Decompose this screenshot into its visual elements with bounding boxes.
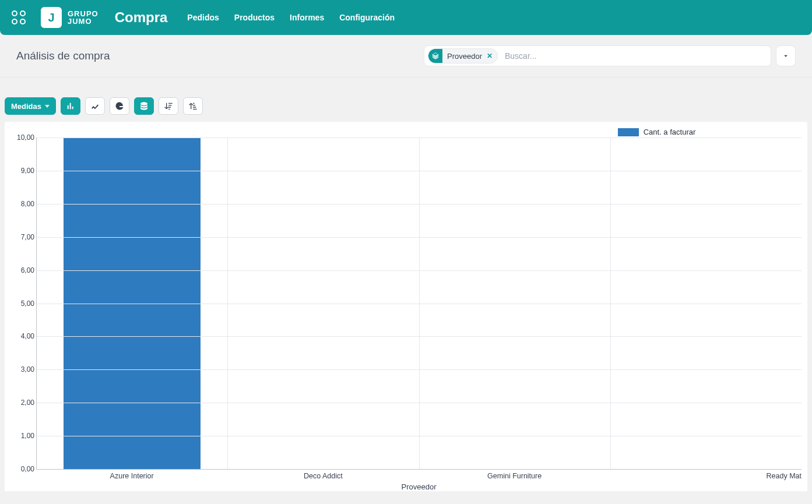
nav-productos[interactable]: Productos [234, 13, 275, 22]
chart-ytick: 0,00 [11, 465, 34, 473]
pie-chart-button[interactable] [110, 97, 129, 115]
chart-gridline [37, 138, 802, 138]
sort-desc-icon [164, 101, 173, 111]
page-title: Análisis de compra [16, 50, 110, 62]
chart-xtick: Deco Addict [227, 470, 419, 480]
chart-xtick: Gemini Furniture [419, 470, 610, 480]
chart-ytick: 7,00 [11, 233, 34, 241]
chart-gridline [37, 237, 802, 238]
toolbar: Medidas [0, 77, 812, 122]
legend-swatch [618, 128, 639, 136]
chart-ytick: 1,00 [11, 432, 34, 440]
search-box[interactable]: Proveedor ✕ [424, 45, 771, 66]
header-row: Análisis de compra Proveedor ✕ [0, 35, 812, 77]
navbar: J GRUPO JUMO Compra Pedidos Productos In… [0, 0, 812, 35]
stacked-button[interactable] [134, 97, 154, 115]
chart-gridline [37, 403, 802, 403]
chart-ytick: 9,00 [11, 167, 34, 175]
chart-ytick: 6,00 [11, 266, 34, 274]
chart-gridline [37, 369, 802, 370]
chart-gridline [37, 436, 802, 436]
nav-menu: Pedidos Productos Informes Configuración [187, 13, 395, 22]
close-icon[interactable]: ✕ [487, 52, 493, 60]
chart-legend: Cant. a facturar [512, 128, 802, 136]
chart-ytick: 5,00 [11, 299, 34, 308]
nav-configuracion[interactable]: Configuración [339, 13, 395, 22]
apps-icon[interactable] [12, 10, 26, 24]
chart-card: Cant. a facturar 0,001,002,003,004,005,0… [5, 122, 807, 491]
database-icon [139, 101, 149, 111]
line-chart-button[interactable] [85, 97, 105, 115]
search-options-toggle[interactable] [776, 45, 796, 66]
chart-ytick: 2,00 [11, 399, 34, 407]
nav-informes[interactable]: Informes [290, 13, 324, 22]
chart-gridline [37, 336, 802, 337]
chart-ytick: 10,00 [11, 133, 34, 142]
chart-gridline [37, 304, 802, 304]
search-facet-chip[interactable]: Proveedor ✕ [428, 48, 498, 64]
brand-line2: JUMO [68, 17, 99, 25]
sort-asc-icon [188, 101, 198, 111]
pie-chart-icon [115, 101, 124, 111]
chart-xticks: Azure InteriorDeco AddictGemini Furnitur… [36, 470, 802, 480]
chart-gridline [37, 270, 802, 271]
brand-logo: J [41, 7, 62, 28]
search-facet-label: Proveedor [447, 52, 482, 61]
chart-gridline [37, 204, 802, 205]
chevron-down-icon [45, 105, 50, 108]
legend-label: Cant. a facturar [644, 128, 696, 136]
layers-icon [428, 48, 442, 64]
chart-plot: 0,001,002,003,004,005,006,007,008,009,00… [36, 138, 802, 470]
chart-ytick: 3,00 [11, 365, 34, 373]
brand[interactable]: J GRUPO JUMO [41, 7, 99, 28]
medidas-button[interactable]: Medidas [5, 97, 56, 115]
chart-xlabel: Proveedor [36, 480, 802, 491]
bar-chart-icon [66, 101, 75, 111]
sort-asc-button[interactable] [183, 97, 203, 115]
chart-ytick: 8,00 [11, 200, 34, 208]
medidas-label: Medidas [11, 102, 41, 111]
chevron-down-icon [782, 52, 790, 60]
search-input[interactable] [501, 51, 767, 61]
line-chart-icon [90, 101, 100, 111]
chart-ytick: 4,00 [11, 332, 34, 340]
nav-pedidos[interactable]: Pedidos [187, 13, 219, 22]
chart-xtick: Azure Interior [36, 470, 227, 480]
brand-text: GRUPO JUMO [68, 10, 99, 25]
chart-xtick: Ready Mat [610, 470, 802, 480]
chart-gridline [37, 171, 802, 171]
sort-desc-button[interactable] [159, 97, 178, 115]
app-title: Compra [115, 9, 168, 26]
bar-chart-button[interactable] [61, 97, 80, 115]
